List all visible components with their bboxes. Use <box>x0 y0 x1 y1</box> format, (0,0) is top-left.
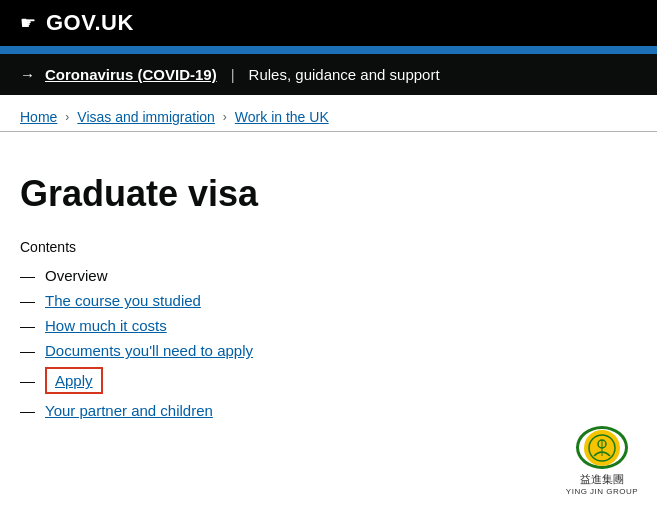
ying-jin-icon <box>588 434 616 462</box>
apply-highlight-box: Apply <box>45 367 103 394</box>
breadcrumb-home[interactable]: Home <box>20 109 57 125</box>
crown-icon: ☛ <box>20 12 36 34</box>
covid-description: Rules, guidance and support <box>249 66 440 83</box>
overview-item: Overview <box>45 267 108 284</box>
breadcrumb-sep-1: › <box>65 110 69 124</box>
gov-logo: GOV.UK <box>46 10 134 36</box>
apply-link[interactable]: Apply <box>55 372 93 389</box>
watermark-zh-text: 益進集團 <box>580 472 624 487</box>
dash-icon: — <box>20 292 35 309</box>
dash-icon: — <box>20 267 35 284</box>
documents-link[interactable]: Documents you'll need to apply <box>45 342 253 359</box>
gov-header: ☛ GOV.UK <box>0 0 657 46</box>
breadcrumb-work[interactable]: Work in the UK <box>235 109 329 125</box>
list-item: — Overview <box>20 263 637 288</box>
partner-link[interactable]: Your partner and children <box>45 402 213 419</box>
blue-bar <box>0 46 657 54</box>
covid-link[interactable]: Coronavirus (COVID-19) <box>45 66 217 83</box>
course-link[interactable]: The course you studied <box>45 292 201 309</box>
breadcrumb-sep-2: › <box>223 110 227 124</box>
covid-banner: → Coronavirus (COVID-19) | Rules, guidan… <box>0 54 657 95</box>
main-content: Graduate visa Contents — Overview — The … <box>0 132 657 453</box>
breadcrumb: Home › Visas and immigration › Work in t… <box>0 95 657 132</box>
covid-arrow-icon: → <box>20 66 35 83</box>
dash-icon: — <box>20 402 35 419</box>
watermark-inner-icon <box>584 430 620 466</box>
contents-list: — Overview — The course you studied — Ho… <box>20 263 637 423</box>
watermark-circle <box>576 426 628 469</box>
contents-label: Contents <box>20 239 637 255</box>
dash-icon: — <box>20 372 35 389</box>
list-item: — Documents you'll need to apply <box>20 338 637 363</box>
dash-icon: — <box>20 317 35 334</box>
covid-separator: | <box>231 66 235 83</box>
list-item: — The course you studied <box>20 288 637 313</box>
costs-link[interactable]: How much it costs <box>45 317 167 334</box>
apply-list-item: — Apply <box>20 363 637 398</box>
watermark-en-text: YING JIN GROUP <box>566 487 638 496</box>
watermark-logo: 益進集團 YING JIN GROUP <box>557 426 647 496</box>
page-title: Graduate visa <box>20 172 637 215</box>
breadcrumb-visas[interactable]: Visas and immigration <box>77 109 214 125</box>
dash-icon: — <box>20 342 35 359</box>
list-item: — Your partner and children <box>20 398 637 423</box>
page-wrapper: ☛ GOV.UK → Coronavirus (COVID-19) | Rule… <box>0 0 657 506</box>
list-item: — How much it costs <box>20 313 637 338</box>
